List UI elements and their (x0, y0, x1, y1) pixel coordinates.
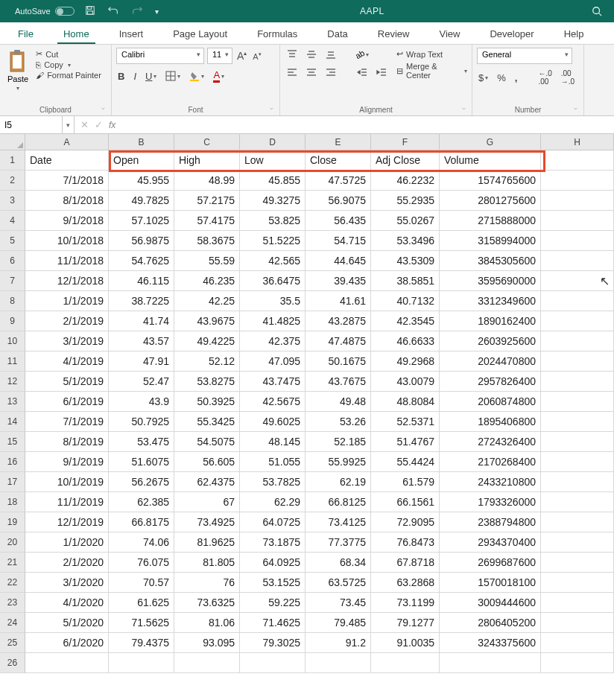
cell[interactable]: 1890162400 (440, 311, 541, 331)
cell[interactable]: 42.375 (240, 331, 306, 351)
cell[interactable]: 55.0267 (371, 211, 440, 231)
font-color-button[interactable]: A (212, 69, 226, 83)
cell[interactable]: 40.7132 (371, 291, 440, 311)
row-header[interactable]: 16 (0, 452, 25, 472)
align-top-icon[interactable] (285, 48, 300, 61)
tab-view[interactable]: View (433, 24, 466, 44)
cell[interactable]: 45.855 (240, 171, 306, 191)
paste-button[interactable]: Paste ▾ (4, 48, 31, 93)
cell[interactable]: 73.6325 (174, 593, 240, 613)
cell[interactable]: 46.6633 (371, 331, 440, 351)
insert-function-icon[interactable]: fx (109, 120, 115, 130)
italic-button[interactable]: I (132, 70, 138, 83)
font-name-combo[interactable]: Calibri (116, 48, 204, 64)
cell[interactable] (541, 412, 614, 432)
percent-format-button[interactable]: % (496, 69, 507, 86)
cell[interactable]: 49.4225 (174, 331, 240, 351)
cell[interactable] (541, 331, 614, 351)
cell[interactable] (541, 311, 614, 331)
cell[interactable]: 54.7625 (109, 251, 174, 271)
cell[interactable]: 11/1/2019 (25, 492, 109, 512)
row-header[interactable]: 8 (0, 291, 25, 311)
row-header[interactable]: 13 (0, 392, 25, 412)
cell[interactable]: 52.12 (174, 351, 240, 372)
cell[interactable]: 1/1/2020 (25, 532, 109, 553)
cell[interactable]: 52.5371 (371, 412, 440, 432)
cell[interactable]: Close (306, 150, 371, 171)
col-header-H[interactable]: H (541, 134, 614, 150)
cell[interactable]: 43.57 (109, 331, 174, 351)
col-header-C[interactable]: C (174, 134, 240, 150)
tab-data[interactable]: Data (321, 24, 353, 44)
redo-icon[interactable] (131, 5, 143, 17)
border-button[interactable] (164, 70, 182, 82)
row-header[interactable]: 22 (0, 573, 25, 593)
cell[interactable]: 79.485 (306, 613, 371, 633)
cell[interactable]: 56.605 (174, 452, 240, 472)
row-header[interactable]: 20 (0, 532, 25, 553)
copy-button[interactable]: ⎘Copy (36, 60, 101, 69)
cell[interactable]: 56.9075 (306, 191, 371, 211)
cell[interactable] (541, 251, 614, 271)
cell[interactable]: 47.4875 (306, 331, 371, 351)
cell[interactable]: 4/1/2020 (25, 593, 109, 613)
cell[interactable]: 47.095 (240, 351, 306, 372)
cell[interactable]: 77.3775 (306, 532, 371, 553)
increase-decimal-icon[interactable]: ←.0.00 (537, 69, 553, 86)
cell[interactable]: 3158994000 (440, 231, 541, 251)
font-size-combo[interactable]: 11 (207, 48, 232, 64)
cell[interactable]: 73.45 (306, 593, 371, 613)
cell[interactable]: 53.8275 (174, 372, 240, 392)
row-header[interactable]: 23 (0, 593, 25, 613)
tab-developer[interactable]: Developer (484, 24, 539, 44)
cell[interactable]: 53.3496 (371, 231, 440, 251)
cell[interactable]: 55.2935 (371, 191, 440, 211)
cell[interactable]: 2715888000 (440, 211, 541, 231)
increase-indent-icon[interactable] (374, 66, 389, 79)
row-header[interactable]: 15 (0, 432, 25, 452)
number-format-combo[interactable]: General (477, 48, 572, 64)
cell[interactable] (541, 553, 614, 573)
cell[interactable]: 49.3275 (240, 191, 306, 211)
col-header-A[interactable]: A (25, 134, 109, 150)
decrease-decimal-icon[interactable]: .00→.0 (560, 69, 576, 86)
cell[interactable]: 6/1/2020 (25, 633, 109, 653)
row-header[interactable]: 7 (0, 271, 25, 291)
cell[interactable]: 43.9 (109, 392, 174, 412)
row-header[interactable]: 25 (0, 633, 25, 653)
align-left-icon[interactable] (285, 66, 300, 79)
format-painter-button[interactable]: 🖌Format Painter (36, 71, 101, 80)
cell[interactable]: 61.625 (109, 593, 174, 613)
cell[interactable]: 2024470800 (440, 351, 541, 372)
name-box[interactable]: I5 (0, 116, 63, 133)
cell[interactable]: 2699687600 (440, 553, 541, 573)
accounting-format-button[interactable]: $ (477, 69, 490, 86)
cell[interactable]: 62.19 (306, 472, 371, 492)
cell[interactable]: 12/1/2019 (25, 512, 109, 532)
cell[interactable] (541, 351, 614, 372)
cell[interactable]: 9/1/2019 (25, 452, 109, 472)
cell[interactable]: 46.115 (109, 271, 174, 291)
row-header[interactable]: 19 (0, 512, 25, 532)
bold-button[interactable]: B (116, 70, 126, 83)
row-header[interactable]: 9 (0, 311, 25, 331)
row-header[interactable]: 17 (0, 472, 25, 492)
cell[interactable]: 51.6075 (109, 452, 174, 472)
cell[interactable]: 41.74 (109, 311, 174, 331)
cell[interactable]: 72.9095 (371, 512, 440, 532)
cell[interactable]: 49.6025 (240, 412, 306, 432)
cell[interactable] (541, 231, 614, 251)
merge-center-button[interactable]: ⊟Merge & Center (396, 62, 467, 80)
cell[interactable]: 51.055 (240, 452, 306, 472)
cell[interactable]: 2603925600 (440, 331, 541, 351)
cell[interactable]: 3595690000 (440, 271, 541, 291)
cell[interactable]: 44.645 (306, 251, 371, 271)
cell[interactable]: 73.4125 (306, 512, 371, 532)
cell[interactable] (541, 291, 614, 311)
cell[interactable]: 57.2175 (174, 191, 240, 211)
cell[interactable]: 2060874800 (440, 392, 541, 412)
cell[interactable] (541, 432, 614, 452)
cell[interactable]: 2/1/2019 (25, 311, 109, 331)
cell[interactable] (541, 593, 614, 613)
cell[interactable]: 79.3025 (240, 633, 306, 653)
